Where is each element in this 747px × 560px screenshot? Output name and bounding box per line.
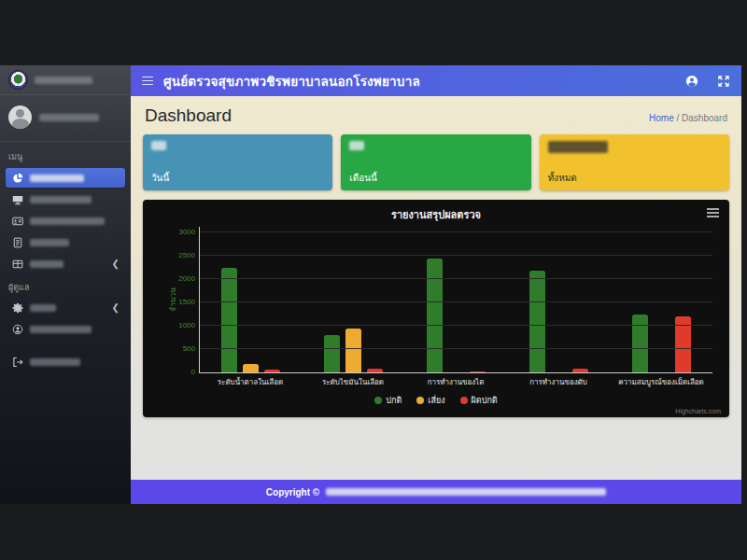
- hamburger-icon[interactable]: [142, 77, 153, 86]
- breadcrumb-home-link[interactable]: Home: [649, 113, 674, 123]
- logout-icon: [11, 356, 23, 368]
- fullscreen-expand-icon[interactable]: [717, 75, 730, 88]
- breadcrumb: Home / Dashboard: [649, 113, 727, 123]
- bar-ผิดปกติ: [367, 369, 383, 373]
- menu-section-label: เมนู: [0, 142, 131, 166]
- card-today: วันนี้: [143, 134, 332, 190]
- legend-item-ผิดปกติ[interactable]: ผิดปกติ: [460, 394, 498, 407]
- id-card-icon: [11, 215, 23, 227]
- legend-label: ปกติ: [386, 394, 402, 407]
- x-axis-category-label: การทำงานของตับ: [507, 376, 610, 388]
- bar-ปกติ: [632, 315, 648, 373]
- footer-text-redacted: [326, 488, 606, 496]
- y-tick-label: 0: [191, 368, 195, 376]
- sidebar-nav: ❮ผู้ดูแล❮: [0, 166, 131, 371]
- avatar: [8, 105, 32, 129]
- user-circle-icon[interactable]: [685, 75, 698, 88]
- sidebar-item-label-redacted: [30, 304, 56, 312]
- card-total-label: ทั้งหมด: [548, 171, 721, 185]
- topbar: ศูนย์ตรวจสุขภาพวชิรพยาบาลนอกโรงพยาบาล: [131, 65, 741, 96]
- table-icon: [11, 258, 23, 270]
- x-axis-labels: ระดับน้ำตาลในเลือดระดับไขมันในเลือดการทำ…: [199, 376, 712, 388]
- chart-plot: จำนวน 050010001500200025003000: [199, 227, 712, 373]
- brand[interactable]: [0, 65, 131, 95]
- summary-cards: วันนี้ เดือนนี้ ทั้งหมด: [143, 134, 729, 190]
- copyright-text: Copyright ©: [266, 487, 319, 497]
- sidebar-item-label-redacted: [30, 239, 69, 246]
- bar-ผิดปกติ: [572, 369, 588, 372]
- sidebar-item-desktop[interactable]: [6, 189, 125, 209]
- legend-item-เสี่ยง[interactable]: เสี่ยง: [416, 394, 444, 407]
- bar-group: [200, 227, 303, 372]
- sidebar: เมนู ❮ผู้ดูแล❮: [0, 65, 131, 504]
- sidebar-item-label-redacted: [30, 217, 105, 225]
- chart-legend: ปกติเสี่ยงผิดปกติ: [154, 394, 718, 407]
- chart-menu-icon[interactable]: [707, 208, 719, 217]
- brand-name-redacted: [35, 77, 92, 84]
- gear-icon: [11, 301, 23, 314]
- card-today-label: วันนี้: [151, 171, 324, 185]
- sidebar-item-label-redacted: [30, 175, 84, 182]
- card-total-value-redacted: [548, 141, 608, 153]
- hospital-logo-icon: [8, 70, 28, 90]
- sidebar-item-user-circle[interactable]: [6, 319, 125, 339]
- file-icon: [11, 236, 23, 248]
- content: Dashboard Home / Dashboard วันนี้ เดือนน…: [131, 96, 741, 480]
- footer: Copyright ©: [131, 480, 741, 504]
- bar-เสี่ยง: [345, 329, 361, 373]
- sidebar-item-label-redacted: [30, 358, 80, 366]
- sidebar-item-label-redacted: [30, 326, 92, 333]
- card-total: ทั้งหมด: [540, 134, 729, 190]
- y-tick-label: 2500: [178, 251, 195, 259]
- bar-ปกติ: [529, 271, 545, 372]
- sidebar-item-table[interactable]: ❮: [6, 254, 125, 273]
- y-tick-label: 1000: [178, 321, 195, 329]
- sidebar-item-logout[interactable]: [6, 352, 125, 371]
- x-axis-category-label: ความสมบูรณ์ของเม็ดเลือด: [610, 376, 712, 388]
- highcharts-credits: Highcharts.com: [675, 408, 721, 414]
- breadcrumb-current: Dashboard: [682, 113, 727, 123]
- legend-label: ผิดปกติ: [472, 394, 498, 407]
- y-tick-label: 2000: [178, 274, 195, 283]
- y-tick-label: 1500: [178, 298, 195, 306]
- y-tick-label: 500: [183, 344, 195, 353]
- sidebar-item-chart-pie[interactable]: [6, 168, 125, 188]
- legend-item-ปกติ[interactable]: ปกติ: [374, 394, 402, 407]
- chart-pie-icon: [11, 172, 23, 184]
- chevron-left-icon: ❮: [112, 303, 120, 313]
- username-redacted: [39, 114, 99, 121]
- bar-group: [610, 227, 712, 372]
- x-axis-category-label: ระดับน้ำตาลในเลือด: [199, 376, 302, 388]
- bar-ผิดปกติ: [264, 370, 280, 373]
- sidebar-item-label-redacted: [30, 196, 92, 203]
- card-month: เดือนนี้: [341, 134, 530, 190]
- chevron-left-icon: ❮: [112, 259, 120, 269]
- sidebar-item-file[interactable]: [6, 232, 125, 252]
- bar-group: [405, 227, 508, 372]
- y-tick-label: 3000: [178, 228, 195, 236]
- legend-dot-icon: [374, 397, 382, 404]
- card-today-value-redacted: [151, 141, 166, 150]
- sidebar-item-id-card[interactable]: [6, 211, 125, 231]
- app-window: เมนู ❮ผู้ดูแล❮ ศูนย์ตรวจสุขภาพวชิรพยาบาล…: [0, 65, 741, 504]
- x-axis-category-label: การทำงานของไต: [404, 376, 507, 388]
- x-axis-category-label: ระดับไขมันในเลือด: [302, 376, 404, 388]
- card-month-label: เดือนนี้: [349, 171, 522, 185]
- legend-dot-icon: [460, 397, 468, 404]
- bar-ปกติ: [221, 268, 237, 373]
- app-title: ศูนย์ตรวจสุขภาพวชิรพยาบาลนอกโรงพยาบาล: [163, 71, 420, 91]
- legend-label: เสี่ยง: [428, 394, 444, 407]
- bar-group: [303, 227, 405, 372]
- card-month-value-redacted: [349, 141, 364, 150]
- sidebar-item-gear[interactable]: ❮: [6, 298, 125, 317]
- user-circle-icon: [11, 323, 23, 335]
- y-axis-label: จำนวน: [166, 287, 179, 312]
- chart-title: รายงานสรุปผลตรวจ: [154, 206, 718, 221]
- admin-section-label: ผู้ดูแล: [0, 273, 131, 296]
- breadcrumb-separator: /: [677, 113, 680, 123]
- user-panel[interactable]: [0, 95, 131, 142]
- desktop-icon: [11, 193, 23, 205]
- bar-ผิดปกติ: [470, 371, 486, 373]
- bar-ปกติ: [324, 335, 340, 372]
- bar-group: [507, 227, 610, 372]
